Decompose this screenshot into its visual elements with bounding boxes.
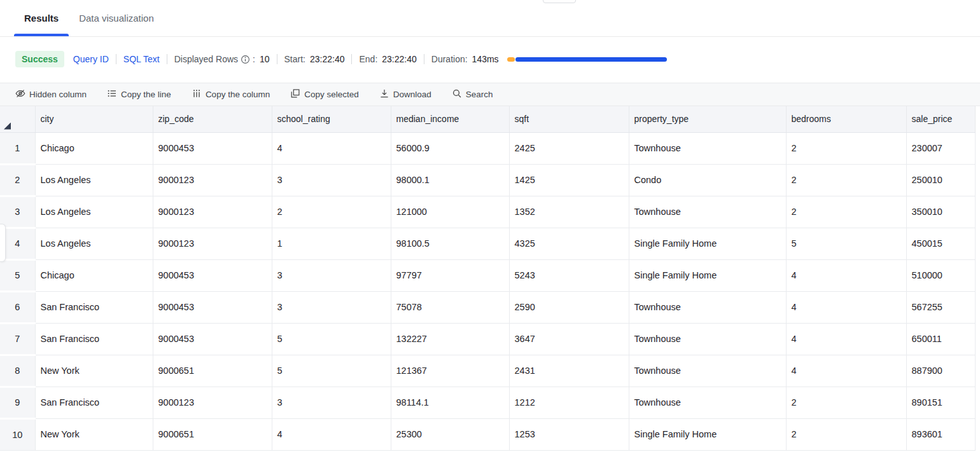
cell[interactable]: 887900	[906, 355, 975, 387]
cell[interactable]: 2	[786, 132, 906, 164]
column-header-median_income[interactable]: median_income	[391, 106, 509, 132]
cell[interactable]: San Francisco	[35, 323, 153, 355]
cell[interactable]: 1212	[509, 387, 629, 418]
cell[interactable]: 4	[786, 355, 906, 387]
cell[interactable]: 9000651	[153, 418, 272, 450]
cell[interactable]: 121000	[391, 196, 509, 228]
cell[interactable]: Townhouse	[629, 291, 786, 323]
cell[interactable]: Chicago	[35, 259, 153, 291]
cell[interactable]: 4	[272, 132, 391, 164]
cell[interactable]: 4	[786, 291, 906, 323]
cell[interactable]: 9000453	[153, 291, 272, 323]
column-header-property_type[interactable]: property_type	[629, 106, 786, 132]
query-id-link[interactable]: Query ID	[73, 54, 109, 64]
cell[interactable]: 2590	[509, 291, 629, 323]
cell[interactable]: 4	[786, 259, 906, 291]
cell[interactable]: 2	[786, 418, 906, 450]
download-button[interactable]: Download	[379, 88, 431, 100]
row-number[interactable]: 7	[0, 323, 35, 355]
cell[interactable]: 1253	[509, 418, 629, 450]
cell[interactable]: Townhouse	[629, 355, 786, 387]
cell[interactable]: New York	[35, 418, 153, 450]
cell[interactable]: 230007	[906, 132, 975, 164]
row-number[interactable]: 8	[0, 355, 35, 387]
cell[interactable]: Townhouse	[629, 323, 786, 355]
clipped-top-button[interactable]	[543, 0, 576, 3]
column-header-city[interactable]: city	[35, 106, 153, 132]
cell[interactable]: 9000123	[153, 196, 272, 228]
row-number[interactable]: 5	[0, 259, 35, 291]
cell[interactable]: 650011	[906, 323, 975, 355]
cell[interactable]: 9000123	[153, 228, 272, 259]
cell[interactable]: 3	[272, 164, 391, 196]
cell[interactable]: 510000	[906, 259, 975, 291]
sidebar-collapse-handle[interactable]	[0, 224, 6, 262]
cell[interactable]: 2	[786, 164, 906, 196]
cell[interactable]: 9000453	[153, 259, 272, 291]
column-header-sqft[interactable]: sqft	[509, 106, 629, 132]
search-button[interactable]: Search	[452, 88, 493, 100]
cell[interactable]: 2	[786, 196, 906, 228]
cell[interactable]: 98114.1	[391, 387, 509, 418]
copy-line-button[interactable]: Copy the line	[107, 88, 171, 100]
tab-data-visualization[interactable]: Data visualization	[69, 0, 164, 36]
cell[interactable]: 9000453	[153, 323, 272, 355]
cell[interactable]: 98100.5	[391, 228, 509, 259]
cell[interactable]: San Francisco	[35, 291, 153, 323]
cell[interactable]: 3	[272, 387, 391, 418]
cell[interactable]: 2	[272, 196, 391, 228]
cell[interactable]: 9000453	[153, 132, 272, 164]
row-number[interactable]: 1	[0, 132, 35, 164]
row-number[interactable]: 6	[0, 291, 35, 323]
cell[interactable]: Los Angeles	[35, 196, 153, 228]
cell[interactable]: New York	[35, 355, 153, 387]
row-number[interactable]: 3	[0, 196, 35, 228]
cell[interactable]: 121367	[391, 355, 509, 387]
column-header-bedrooms[interactable]: bedrooms	[786, 106, 906, 132]
cell[interactable]: 98000.1	[391, 164, 509, 196]
cell[interactable]: Townhouse	[629, 132, 786, 164]
cell[interactable]: Single Family Home	[629, 259, 786, 291]
cell[interactable]: 5243	[509, 259, 629, 291]
cell[interactable]: 25300	[391, 418, 509, 450]
cell[interactable]: Single Family Home	[629, 418, 786, 450]
cell[interactable]: 75078	[391, 291, 509, 323]
cell[interactable]: 350010	[906, 196, 975, 228]
cell[interactable]: 1	[272, 228, 391, 259]
cell[interactable]: Chicago	[35, 132, 153, 164]
cell[interactable]: Townhouse	[629, 196, 786, 228]
cell[interactable]: 3647	[509, 323, 629, 355]
row-number[interactable]: 9	[0, 387, 35, 418]
cell[interactable]: 2	[786, 387, 906, 418]
hidden-column-button[interactable]: Hidden column	[15, 88, 87, 100]
cell[interactable]: 1425	[509, 164, 629, 196]
cell[interactable]: 450015	[906, 228, 975, 259]
cell[interactable]: 2425	[509, 132, 629, 164]
cell[interactable]: 56000.9	[391, 132, 509, 164]
cell[interactable]: 4	[272, 418, 391, 450]
column-header-zip_code[interactable]: zip_code	[153, 106, 272, 132]
cell[interactable]: 4	[786, 323, 906, 355]
cell[interactable]: Townhouse	[629, 387, 786, 418]
row-number[interactable]: 10	[0, 418, 35, 450]
cell[interactable]: 9000651	[153, 355, 272, 387]
cell[interactable]: 9000123	[153, 164, 272, 196]
cell[interactable]: 567255	[906, 291, 975, 323]
column-header-sale_price[interactable]: sale_price	[906, 106, 975, 132]
cell[interactable]: 5	[786, 228, 906, 259]
cell[interactable]: 5	[272, 323, 391, 355]
cell[interactable]: 893601	[906, 418, 975, 450]
cell[interactable]: 4325	[509, 228, 629, 259]
select-all-corner[interactable]	[0, 106, 35, 132]
cell[interactable]: 9000123	[153, 387, 272, 418]
cell[interactable]: Condo	[629, 164, 786, 196]
cell[interactable]: Los Angeles	[35, 164, 153, 196]
tab-results[interactable]: Results	[14, 0, 69, 36]
info-icon[interactable]	[241, 55, 250, 64]
cell[interactable]: 890151	[906, 387, 975, 418]
row-number[interactable]: 2	[0, 164, 35, 196]
copy-selected-button[interactable]: Copy selected	[290, 88, 359, 100]
cell[interactable]: San Francisco	[35, 387, 153, 418]
cell[interactable]: 1352	[509, 196, 629, 228]
column-header-school_rating[interactable]: school_rating	[272, 106, 391, 132]
